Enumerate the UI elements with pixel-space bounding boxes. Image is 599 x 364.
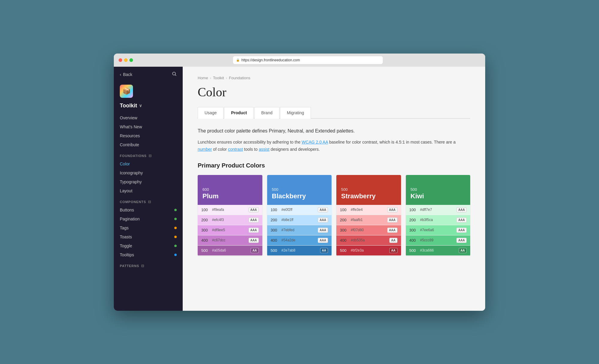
bb-400-hex: #54a2de xyxy=(282,238,318,242)
assist-link[interactable]: assist xyxy=(259,147,270,152)
number-link[interactable]: number xyxy=(198,147,212,152)
bb-300-badge: AAA xyxy=(318,228,328,233)
intro-detail: Lunchbox ensures color accessibility by … xyxy=(198,139,470,153)
kiwi-400-hex: #5ccc89 xyxy=(420,238,457,242)
plum-100-hex: #f9eafa xyxy=(212,208,249,212)
bb-200-hex: #b8e1ff xyxy=(282,218,318,222)
components-collapse-icon[interactable]: ⊟ xyxy=(148,200,151,204)
bb-300-hex: #7ebfed xyxy=(282,228,318,232)
tab-usage[interactable]: Usage xyxy=(198,107,223,119)
tags-label: Tags xyxy=(120,226,129,230)
kiwi-100-hex: #dff7e7 xyxy=(420,208,457,212)
sidebar-item-layout[interactable]: Layout xyxy=(120,187,177,195)
bb-100-hex: #e0f2ff xyxy=(282,208,318,212)
toolkit-nav[interactable]: Toolkit ∨ xyxy=(114,103,183,114)
toasts-status-dot xyxy=(174,236,177,238)
traffic-lights xyxy=(119,58,133,62)
maximize-button[interactable] xyxy=(129,58,133,62)
sidebar-item-color[interactable]: Color xyxy=(120,160,177,168)
blackberry-shade-200: 200 #b8e1ff AAA xyxy=(267,215,332,225)
kiwi-shade-500: 500 #3ca666 AA xyxy=(406,246,471,256)
close-button[interactable] xyxy=(119,58,122,62)
kiwi-500-badge: AA xyxy=(459,248,467,253)
search-icon xyxy=(172,71,177,76)
contrast-link[interactable]: contrast xyxy=(228,147,243,152)
back-label: Back xyxy=(123,72,132,77)
tab-brand[interactable]: Brand xyxy=(254,107,279,119)
strawberry-shade-200: 200 #faafb1 AAA xyxy=(336,215,401,225)
kiwi-shade-200: 200 #b3f5ca AAA xyxy=(406,215,471,225)
sidebar-item-typography[interactable]: Typography xyxy=(120,178,177,186)
strawberry-shade-300: 300 #f07d80 AAA xyxy=(336,225,401,235)
back-chevron-icon: ‹ xyxy=(120,72,121,77)
breadcrumb-toolkit[interactable]: Toolkit xyxy=(213,76,224,80)
sidebar-item-iconography[interactable]: Iconography xyxy=(120,169,177,177)
sidebar-item-buttons[interactable]: Buttons xyxy=(120,206,177,214)
sidebar-item-overview[interactable]: Overview xyxy=(120,114,177,122)
sidebar-nav-items: Overview What's New Resources Contribute xyxy=(114,114,183,149)
foundations-collapse-icon[interactable]: ⊟ xyxy=(149,154,152,158)
tags-status-dot xyxy=(174,227,177,229)
sidebar-item-tags[interactable]: Tags xyxy=(120,224,177,232)
bb-500-hex: #2e7ab8 xyxy=(282,248,320,252)
browser-titlebar: 🔒 https://design.frontlineeducation.com xyxy=(114,54,485,67)
foundations-label: FOUNDATIONS xyxy=(120,154,147,158)
url-text: https://design.frontlineeducation.com xyxy=(241,58,300,62)
tab-product[interactable]: Product xyxy=(224,107,254,119)
back-button[interactable]: ‹ Back xyxy=(120,72,132,77)
toggle-label: Toggle xyxy=(120,243,132,248)
plum-400-level: 400 xyxy=(201,238,212,243)
wcag-link[interactable]: WCAG 2.0 AA xyxy=(302,140,328,144)
sidebar-item-pagination[interactable]: Pagination xyxy=(120,215,177,223)
bb-500-badge: AA xyxy=(320,248,328,253)
bb-200-level: 200 xyxy=(271,218,282,222)
address-bar[interactable]: 🔒 https://design.frontlineeducation.com xyxy=(233,56,383,64)
minimize-button[interactable] xyxy=(124,58,128,62)
plum-shade-400: 400 #c67dcc AAA xyxy=(198,235,262,246)
kiwi-500-level: 500 xyxy=(409,248,420,253)
sidebar-item-contribute[interactable]: Contribute xyxy=(120,141,177,149)
components-label: COMPONENTS xyxy=(120,200,146,204)
str-100-badge: AAA xyxy=(387,207,397,212)
color-header-plum: 600 Plum xyxy=(198,175,262,205)
bb-100-badge: AAA xyxy=(318,207,328,212)
plum-300-level: 300 xyxy=(201,228,212,232)
tab-migrating[interactable]: Migrating xyxy=(280,107,311,119)
main-content: Home › Toolkit › Foundations Color Usage… xyxy=(183,67,485,311)
str-300-hex: #f07d80 xyxy=(351,228,387,232)
plum-400-badge: AAA xyxy=(249,238,259,243)
svg-line-1 xyxy=(175,75,176,76)
plum-300-badge: AAA xyxy=(249,228,259,233)
foundations-section-header: FOUNDATIONS ⊟ xyxy=(114,149,183,160)
sidebar-item-whats-new[interactable]: What's New xyxy=(120,123,177,131)
sidebar-item-tooltips[interactable]: Tooltips xyxy=(120,251,177,259)
bb-500-level: 500 xyxy=(271,248,282,253)
sidebar-topbar: ‹ Back xyxy=(114,67,183,82)
bb-400-level: 400 xyxy=(271,238,282,243)
sidebar-item-toggle[interactable]: Toggle xyxy=(120,242,177,250)
strawberry-shade-500: 500 #bf2e3a AA xyxy=(336,246,401,256)
blackberry-shade-500: 500 #2e7ab8 AA xyxy=(267,246,332,256)
patterns-collapse-icon[interactable]: ⊟ xyxy=(141,264,144,268)
toasts-label: Toasts xyxy=(120,234,132,239)
components-items: Buttons Pagination Tags Toasts Toggle xyxy=(114,206,183,259)
plum-name: Plum xyxy=(202,192,258,200)
bb-100-level: 100 xyxy=(271,208,282,212)
kiwi-100-level: 100 xyxy=(409,208,420,212)
str-200-level: 200 xyxy=(340,218,351,222)
color-header-blackberry: 500 Blackberry xyxy=(267,175,332,205)
color-column-kiwi: 500 Kiwi 100 #dff7e7 AAA 200 #b3f5ca AAA xyxy=(406,175,471,256)
kiwi-300-level: 300 xyxy=(409,228,420,232)
sidebar: ‹ Back 📦 Toolkit ∨ Overview W xyxy=(114,67,183,311)
breadcrumb-home[interactable]: Home xyxy=(198,76,208,80)
plum-200-badge: AAA xyxy=(249,217,259,223)
sidebar-item-toasts[interactable]: Toasts xyxy=(120,233,177,241)
kiwi-shade-100: 100 #dff7e7 AAA xyxy=(406,205,471,215)
str-500-badge: AA xyxy=(389,248,397,253)
sidebar-item-resources[interactable]: Resources xyxy=(120,132,177,140)
strawberry-number: 500 xyxy=(341,187,396,192)
kiwi-100-badge: AAA xyxy=(456,207,467,212)
breadcrumb-sep-2: › xyxy=(226,76,227,80)
search-button[interactable] xyxy=(172,71,177,77)
plum-400-hex: #c67dcc xyxy=(212,238,249,242)
